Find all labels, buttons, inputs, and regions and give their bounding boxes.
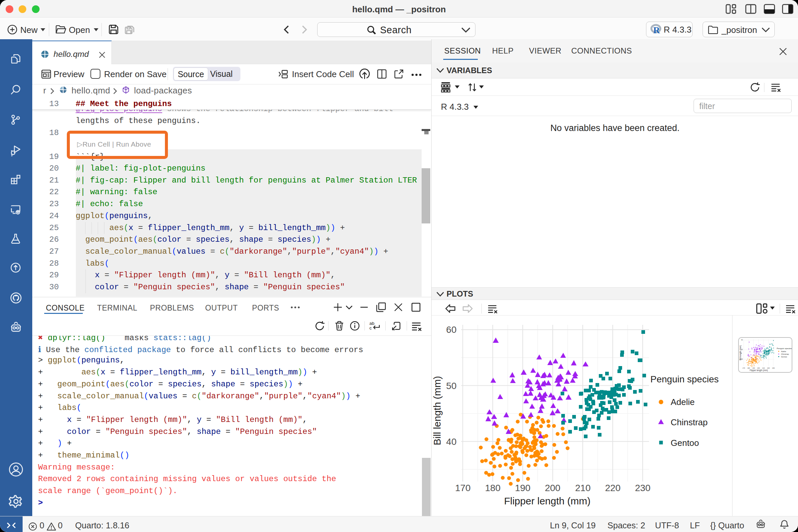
svg-text:60: 60 [741,339,743,341]
svg-text:230: 230 [635,483,651,493]
svg-text:c: c [369,325,372,330]
svg-text:50: 50 [446,381,457,391]
svg-text:Chinstrap: Chinstrap [671,417,707,427]
svg-text:Adelie: Adelie [671,397,695,407]
svg-text:220: 220 [605,483,621,493]
svg-text:200: 200 [757,367,760,369]
svg-text:60: 60 [446,324,457,335]
svg-text:Flipper length (mm): Flipper length (mm) [750,369,768,372]
svg-text:Penguin species: Penguin species [650,374,719,384]
svg-text:Penguin species: Penguin species [777,347,792,349]
svg-text:210: 210 [575,483,591,493]
svg-text:Bill length (mm): Bill length (mm) [432,376,442,445]
svg-text:Gentoo: Gentoo [781,356,787,358]
svg-text:Chinstrap: Chinstrap [781,353,789,355]
svg-text:230: 230 [772,367,775,369]
svg-text:170: 170 [742,367,745,369]
svg-text:Adelie: Adelie [781,350,786,353]
svg-text:50: 50 [741,349,743,350]
svg-text:190: 190 [515,483,531,493]
svg-text:180: 180 [485,483,501,493]
svg-text:R: R [653,25,660,35]
svg-text:220: 220 [767,367,770,369]
svg-text:40: 40 [446,437,457,447]
svg-text:170: 170 [455,483,471,493]
svg-text:200: 200 [545,483,560,493]
svg-text:210: 210 [762,367,765,369]
svg-text:Gentoo: Gentoo [671,438,699,448]
svg-text:Flipper length (mm): Flipper length (mm) [504,495,590,507]
svg-text:180: 180 [747,367,750,369]
svg-text:40: 40 [741,358,743,360]
svg-text:190: 190 [753,367,755,369]
svg-text:Bill length (mm): Bill length (mm) [739,345,742,360]
